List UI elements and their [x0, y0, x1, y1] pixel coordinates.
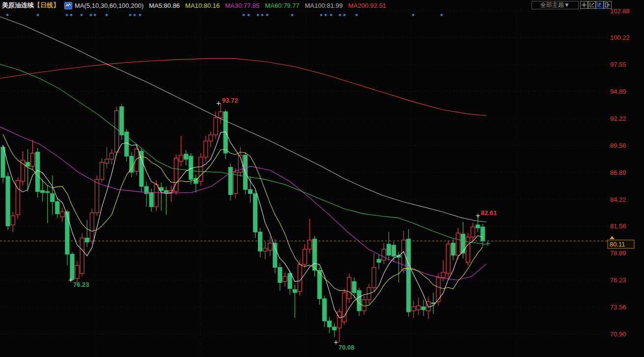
svg-text:76.23: 76.23: [73, 281, 89, 288]
svg-text:84.22: 84.22: [610, 196, 626, 203]
svg-text:86.89: 86.89: [610, 169, 626, 176]
ma30-value: MA30:77.85: [225, 2, 259, 9]
svg-text:94.89: 94.89: [610, 88, 626, 95]
svg-text:92.22: 92.22: [610, 115, 626, 122]
svg-text:82.61: 82.61: [481, 209, 497, 217]
pop-out-icon[interactable]: [604, 1, 612, 9]
current-price-value: 80.11: [610, 241, 625, 248]
svg-text:70.08: 70.08: [338, 344, 355, 351]
svg-text:78.89: 78.89: [610, 249, 626, 257]
ma60-value: MA60:79.77: [265, 2, 299, 9]
ma100-value: MA100:81.99: [305, 2, 342, 9]
ma5-value: MA5:80.86: [149, 2, 180, 9]
chart-type-icon[interactable]: [64, 2, 72, 9]
ma60-line: [0, 64, 486, 245]
instrument-title: 美原油连续: [2, 1, 34, 10]
svg-text:93.72: 93.72: [222, 97, 238, 104]
price-axis[interactable]: 102.88100.2297.5594.8992.2289.5686.8984.…: [608, 7, 634, 338]
theme-dropdown[interactable]: 全部主题▼: [532, 1, 579, 9]
svg-text:81.56: 81.56: [610, 222, 626, 230]
ma-params-label: MA(5,10,30,60,100,200): [75, 2, 143, 9]
svg-text:97.55: 97.55: [610, 61, 626, 68]
svg-text:70.90: 70.90: [610, 330, 626, 338]
price-up-arrow: [610, 236, 615, 239]
ma10-value: MA10:80.16: [185, 2, 220, 9]
period-label: 【日线】: [34, 1, 59, 10]
axis-range-icon[interactable]: [588, 1, 596, 9]
ma100-line: [0, 17, 486, 222]
candlestick-chart-canvas[interactable]: 93.7282.6176.2370.08102.88100.2297.5594.…: [0, 0, 644, 357]
grid: [0, 11, 608, 357]
event-dots: [6, 14, 443, 16]
annotations: 93.7282.6176.2370.08: [69, 97, 497, 351]
trading-chart-window: 美原油连续【日线】 MA(5,10,30,60,100,200) MA5:80.…: [0, 0, 644, 357]
svg-text:89.56: 89.56: [610, 142, 626, 149]
ma200-value: MA200:92.51: [348, 2, 386, 9]
ma200-line: [0, 58, 486, 115]
svg-text:76.23: 76.23: [610, 276, 626, 284]
pan-crosshair-icon[interactable]: [580, 1, 588, 9]
svg-text:73.56: 73.56: [610, 303, 626, 311]
svg-text:100.22: 100.22: [610, 34, 630, 41]
flag-annotation-icon[interactable]: [596, 1, 604, 9]
